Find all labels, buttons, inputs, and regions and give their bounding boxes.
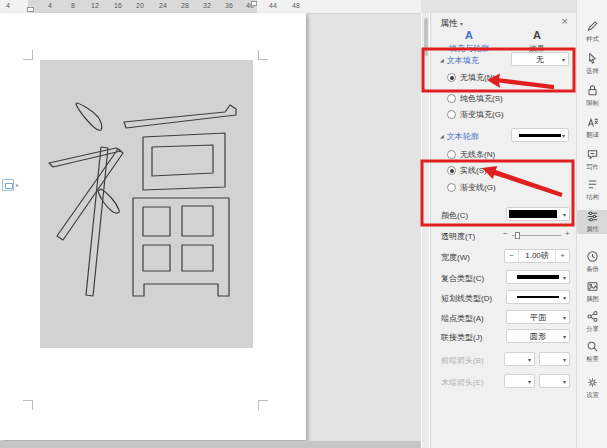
radio-solid-line[interactable]: 实线(S) xyxy=(447,166,487,176)
list-icon xyxy=(586,178,599,191)
color-dropdown[interactable]: ▾ xyxy=(506,207,570,221)
radio-gradient-line[interactable]: 渐变线(G) xyxy=(447,183,496,193)
radio-icon xyxy=(447,94,456,103)
toolbar-item-select[interactable]: 选择 xyxy=(577,52,607,76)
ruler-number: 4 xyxy=(6,2,10,9)
caret-icon: ▾ xyxy=(563,333,566,340)
toolbar-item-structure[interactable]: 结构 xyxy=(577,178,607,202)
crop-mark xyxy=(258,50,268,60)
ruler-number: 36 xyxy=(225,2,233,9)
cap-type-label: 端点类型(A) xyxy=(441,313,484,324)
color-swatch xyxy=(509,210,557,218)
ruler-number: 20 xyxy=(136,2,144,9)
toolbar-item-style[interactable]: 样式 xyxy=(577,20,607,44)
compound-type-dropdown[interactable]: ▾ xyxy=(506,270,570,284)
document-bottom-strip xyxy=(0,441,421,448)
ruler-number: 48 xyxy=(292,2,300,9)
fu-character-outline xyxy=(40,60,253,348)
text-fill-section-header[interactable]: ◢文本填充 xyxy=(440,55,479,66)
selected-text-frame[interactable] xyxy=(40,60,253,348)
magnifier-icon xyxy=(586,340,599,353)
join-type-label: 联接类型(J) xyxy=(441,332,482,343)
ruler-number: 16 xyxy=(114,2,122,9)
slider-plus[interactable]: + xyxy=(565,229,570,238)
toolbar-item-share[interactable]: 分享 xyxy=(577,310,607,334)
anchor-caret-icon: ▸ xyxy=(16,181,19,188)
width-label: 宽度(W) xyxy=(441,252,470,263)
tab-effects[interactable]: A 效果 xyxy=(509,30,565,54)
color-label: 颜色(C) xyxy=(441,210,468,221)
radio-no-fill[interactable]: 无填充(N) xyxy=(447,73,495,83)
radio-icon xyxy=(447,183,456,192)
crop-mark xyxy=(23,50,33,60)
document-page[interactable] xyxy=(0,13,306,440)
transparency-label: 透明度(T) xyxy=(441,231,475,242)
ruler-number: 44 xyxy=(269,2,277,9)
radio-icon xyxy=(447,150,456,159)
crop-mark xyxy=(258,400,268,410)
caret-icon: ▾ xyxy=(562,132,565,139)
radio-solid-fill[interactable]: 纯色填充(S) xyxy=(447,94,503,104)
caret-icon: ▾ xyxy=(563,294,566,301)
caret-icon: ▾ xyxy=(563,314,566,321)
panel-scrollbar[interactable] xyxy=(421,13,430,448)
toolbar-item-translate[interactable]: 翻译 xyxy=(577,116,607,140)
toolbar-item-mindmap[interactable]: 脑图 xyxy=(577,280,607,304)
wps-writer-window: 4 4 8 12 16 20 24 28 32 36 40 44 48 xyxy=(0,0,607,448)
collapse-icon: ◢ xyxy=(440,57,444,63)
side-toolbar: 样式 选择 限制 翻译 写作 结构 属性 备份 xyxy=(576,0,607,448)
end-arrow-size-dropdown[interactable]: ▾ xyxy=(539,374,570,388)
share-icon xyxy=(586,310,599,323)
tab-fill-outline[interactable]: A 填充与轮廓 xyxy=(441,30,497,54)
object-anchor-icon[interactable] xyxy=(2,179,14,191)
ruler-number: 24 xyxy=(159,2,167,9)
width-value[interactable]: 1.00磅 xyxy=(518,250,556,262)
transparency-slider-thumb[interactable] xyxy=(515,232,520,239)
cap-type-dropdown[interactable]: 平面 ▾ xyxy=(506,310,570,324)
ruler-number: 12 xyxy=(91,2,99,9)
panel-scrollbar-thumb[interactable] xyxy=(424,18,428,56)
caret-icon: ▾ xyxy=(563,211,566,218)
text-outline-style-dropdown[interactable]: ▾ xyxy=(511,128,569,142)
toolbar-item-properties[interactable]: 属性 xyxy=(577,210,607,234)
panel-close-icon[interactable]: × xyxy=(562,15,568,27)
caret-icon: ▾ xyxy=(563,378,566,385)
text-fill-dropdown[interactable]: 无 ▾ xyxy=(511,52,569,66)
chat-icon xyxy=(586,148,599,161)
caret-icon: ▾ xyxy=(528,356,531,363)
ruler-number: 28 xyxy=(181,2,189,9)
text-outline-section-header[interactable]: ◢文本轮廓 xyxy=(440,131,479,142)
sliders-icon xyxy=(586,210,599,223)
translate-icon xyxy=(586,116,599,129)
caret-icon: ▾ xyxy=(563,274,566,281)
width-stepper: − 1.00磅 + xyxy=(504,249,570,263)
begin-arrow-style-dropdown[interactable]: ▾ xyxy=(504,352,535,366)
radio-gradient-fill[interactable]: 渐变填充(G) xyxy=(447,110,504,120)
indent-marker[interactable] xyxy=(27,7,34,12)
dash-type-label: 短划线类型(D) xyxy=(441,293,492,304)
right-indent-marker[interactable] xyxy=(251,1,257,6)
radio-no-line[interactable]: 无线条(N) xyxy=(447,150,495,160)
line-preview xyxy=(517,275,559,279)
toolbar-item-restrict[interactable]: 限制 xyxy=(577,84,607,108)
dash-type-dropdown[interactable]: ▾ xyxy=(506,290,570,304)
horizontal-ruler: 4 4 8 12 16 20 24 28 32 36 40 44 48 xyxy=(0,0,421,14)
width-decrease-button[interactable]: − xyxy=(505,250,518,262)
compound-type-label: 复合类型(C) xyxy=(441,273,484,284)
cursor-icon xyxy=(586,52,599,65)
line-preview xyxy=(519,134,561,137)
end-arrow-style-dropdown[interactable]: ▾ xyxy=(504,374,535,388)
toolbar-item-settings[interactable]: 设置 xyxy=(577,376,607,400)
toolbar-item-backup[interactable]: 备份 xyxy=(577,250,607,274)
join-type-dropdown[interactable]: 圆形 ▾ xyxy=(506,329,570,343)
toolbar-item-writing[interactable]: 写作 xyxy=(577,148,607,172)
caret-icon: ▾ xyxy=(563,356,566,363)
properties-panel: 属性▾ × A 填充与轮廓 A 效果 ◢文本填充 无 ▾ 无填充(N) 纯色填充… xyxy=(430,13,576,448)
toolbar-item-check[interactable]: 检查 xyxy=(577,340,607,364)
title-caret-icon[interactable]: ▾ xyxy=(460,21,463,27)
width-increase-button[interactable]: + xyxy=(556,250,569,262)
slider-minus[interactable]: − xyxy=(503,229,508,238)
crop-mark xyxy=(23,400,33,410)
lock-icon xyxy=(586,84,599,97)
begin-arrow-size-dropdown[interactable]: ▾ xyxy=(539,352,570,366)
